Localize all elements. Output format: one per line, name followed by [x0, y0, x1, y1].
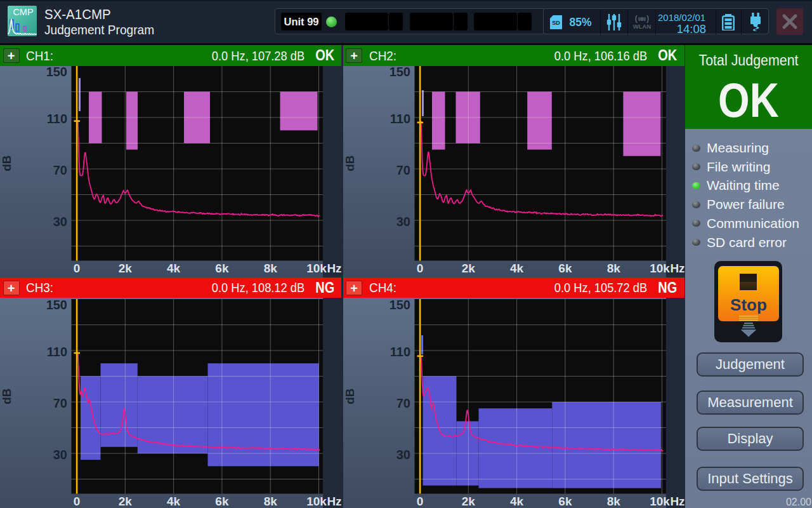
- svg-text:6k: 6k: [558, 262, 572, 275]
- svg-text:10k: 10k: [306, 262, 327, 275]
- svg-text:8k: 8k: [264, 262, 278, 275]
- svg-text:2k: 2k: [461, 262, 475, 275]
- svg-text:10k: 10k: [650, 262, 670, 275]
- svg-text:6k: 6k: [215, 262, 229, 275]
- svg-text:110: 110: [390, 112, 410, 126]
- svg-text:30: 30: [53, 448, 67, 462]
- svg-text:110: 110: [390, 345, 410, 359]
- svg-text:30: 30: [396, 215, 410, 229]
- svg-text:4k: 4k: [167, 262, 181, 275]
- svg-text:0: 0: [74, 262, 81, 275]
- svg-text:2k: 2k: [119, 262, 133, 275]
- svg-text:30: 30: [396, 448, 410, 462]
- svg-text:70: 70: [53, 396, 67, 410]
- svg-text:8k: 8k: [606, 495, 620, 508]
- svg-text:4k: 4k: [510, 262, 524, 275]
- svg-text:6k: 6k: [558, 495, 572, 508]
- svg-text:150: 150: [389, 66, 410, 79]
- svg-text:SD: SD: [552, 20, 560, 26]
- svg-text:Hz: Hz: [327, 262, 341, 275]
- svg-text:Hz: Hz: [327, 495, 341, 508]
- svg-text:4k: 4k: [167, 495, 181, 508]
- svg-text:0: 0: [416, 262, 423, 275]
- svg-text:10k: 10k: [306, 495, 327, 508]
- svg-text:110: 110: [47, 345, 67, 359]
- svg-text:0: 0: [74, 495, 81, 508]
- svg-text:CMP: CMP: [13, 7, 33, 17]
- svg-text:70: 70: [396, 396, 410, 410]
- svg-text:70: 70: [396, 163, 410, 177]
- svg-text:Hz: Hz: [670, 495, 684, 508]
- svg-text:dB: dB: [343, 389, 357, 404]
- svg-text:30: 30: [53, 215, 67, 229]
- svg-text:WLAN: WLAN: [633, 23, 652, 30]
- svg-text:150: 150: [46, 66, 67, 79]
- svg-text:10k: 10k: [650, 495, 670, 508]
- svg-text:Hz: Hz: [670, 262, 684, 275]
- svg-text:70: 70: [53, 163, 67, 177]
- svg-text:dB: dB: [343, 156, 357, 171]
- svg-text:dB: dB: [1, 156, 14, 171]
- svg-text:6k: 6k: [215, 495, 229, 508]
- svg-text:8k: 8k: [264, 495, 278, 508]
- svg-text:2k: 2k: [119, 495, 133, 508]
- svg-text:0: 0: [416, 495, 423, 508]
- svg-text:4k: 4k: [510, 495, 524, 508]
- svg-text:8k: 8k: [606, 262, 620, 275]
- svg-text:150: 150: [46, 298, 67, 312]
- svg-text:150: 150: [389, 298, 410, 312]
- svg-text:2k: 2k: [461, 495, 475, 508]
- svg-text:110: 110: [47, 112, 67, 126]
- svg-text:dB: dB: [1, 389, 14, 404]
